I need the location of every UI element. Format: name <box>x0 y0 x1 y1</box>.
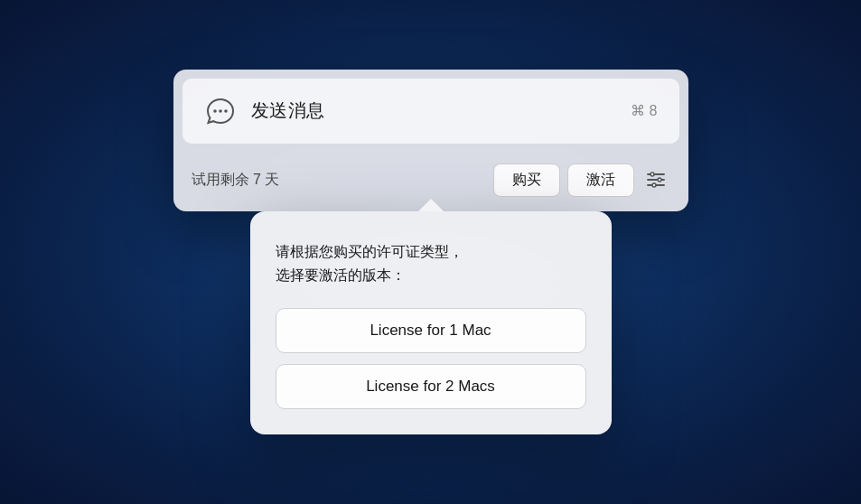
license-2-macs-button[interactable]: License for 2 Macs <box>276 364 586 409</box>
popup-panel: 请根据您购买的许可证类型，选择要激活的版本： License for 1 Mac… <box>250 211 612 434</box>
svg-point-1 <box>219 109 222 113</box>
svg-point-2 <box>224 109 228 113</box>
svg-point-6 <box>650 173 654 176</box>
chat-bubble-icon <box>204 95 237 127</box>
main-container: 发送消息 ⌘ 8 试用剩余 7 天 购买 激活 <box>173 70 688 434</box>
shortcut-label: ⌘ 8 <box>631 102 657 119</box>
popup-description: 请根据您购买的许可证类型，选择要激活的版本： <box>276 240 586 286</box>
activate-button[interactable]: 激活 <box>567 163 634 197</box>
menu-item-send-message[interactable]: 发送消息 ⌘ 8 <box>182 79 679 144</box>
top-panel: 发送消息 ⌘ 8 试用剩余 7 天 购买 激活 <box>173 70 688 211</box>
license-1-mac-button[interactable]: License for 1 Mac <box>276 308 586 353</box>
button-group: 购买 激活 <box>493 163 670 197</box>
svg-point-7 <box>658 178 661 182</box>
settings-icon <box>645 169 667 191</box>
trial-text: 试用剩余 7 天 <box>192 171 280 190</box>
menu-item-title: 发送消息 <box>251 98 325 123</box>
svg-point-8 <box>652 183 656 187</box>
settings-button[interactable] <box>641 165 670 194</box>
svg-point-0 <box>213 109 217 113</box>
menu-item-left: 发送消息 <box>204 95 325 127</box>
buy-button[interactable]: 购买 <box>493 163 560 197</box>
